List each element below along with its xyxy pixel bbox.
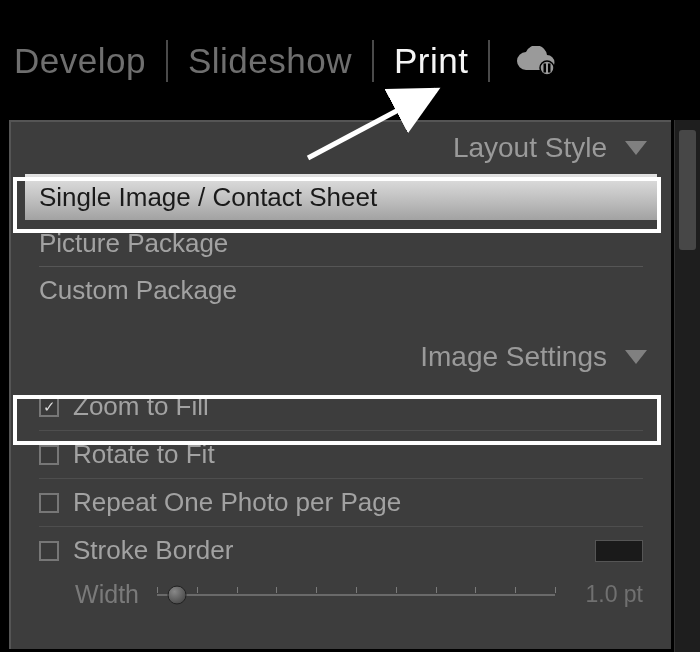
nav-separator [166, 40, 168, 82]
chevron-down-icon [625, 141, 647, 155]
option-label: Picture Package [39, 228, 228, 258]
module-nav: Develop Slideshow Print [0, 0, 700, 100]
image-settings-list: Zoom to Fill Rotate to Fit Repeat One Ph… [11, 383, 671, 609]
setting-stroke-border[interactable]: Stroke Border [39, 527, 643, 574]
slider-label: Width [61, 580, 139, 609]
stroke-width-row: Width 1.0 pt [39, 574, 643, 609]
setting-repeat-one-photo[interactable]: Repeat One Photo per Page [39, 479, 643, 527]
option-picture-package[interactable]: Picture Package [39, 220, 643, 267]
checkbox[interactable] [39, 397, 59, 417]
checkbox[interactable] [39, 541, 59, 561]
option-label: Custom Package [39, 275, 237, 305]
option-label: Single Image / Contact Sheet [39, 182, 377, 212]
stroke-color-swatch[interactable] [595, 540, 643, 562]
setting-label: Stroke Border [73, 535, 233, 566]
option-single-image-contact-sheet[interactable]: Single Image / Contact Sheet [25, 174, 657, 220]
setting-rotate-to-fit[interactable]: Rotate to Fit [39, 431, 643, 479]
nav-separator [372, 40, 374, 82]
panel-header-image-settings[interactable]: Image Settings [11, 331, 671, 383]
checkbox[interactable] [39, 445, 59, 465]
setting-zoom-to-fill[interactable]: Zoom to Fill [39, 383, 643, 431]
cloud-sync-icon[interactable] [514, 46, 558, 76]
nav-slideshow[interactable]: Slideshow [186, 41, 354, 81]
right-panel: Layout Style Single Image / Contact Shee… [9, 120, 671, 649]
nav-develop[interactable]: Develop [12, 41, 148, 81]
chevron-down-icon [625, 350, 647, 364]
scrollbar-thumb[interactable] [679, 130, 696, 250]
option-custom-package[interactable]: Custom Package [39, 267, 643, 313]
layout-style-options: Single Image / Contact Sheet Picture Pac… [11, 174, 671, 313]
checkbox[interactable] [39, 493, 59, 513]
svg-point-0 [540, 61, 554, 75]
stroke-width-slider[interactable] [157, 583, 555, 607]
setting-label: Rotate to Fit [73, 439, 215, 470]
panel-header-layout-style[interactable]: Layout Style [11, 122, 671, 174]
svg-rect-2 [548, 64, 551, 73]
setting-label: Repeat One Photo per Page [73, 487, 401, 518]
setting-label: Zoom to Fill [73, 391, 209, 422]
panel-scrollbar[interactable] [674, 120, 700, 652]
panel-title: Image Settings [420, 341, 607, 373]
slider-value: 1.0 pt [573, 581, 643, 608]
slider-thumb[interactable] [167, 585, 186, 604]
svg-rect-1 [544, 64, 547, 73]
nav-print[interactable]: Print [392, 41, 470, 81]
nav-separator [488, 40, 490, 82]
panel-title: Layout Style [453, 132, 607, 164]
